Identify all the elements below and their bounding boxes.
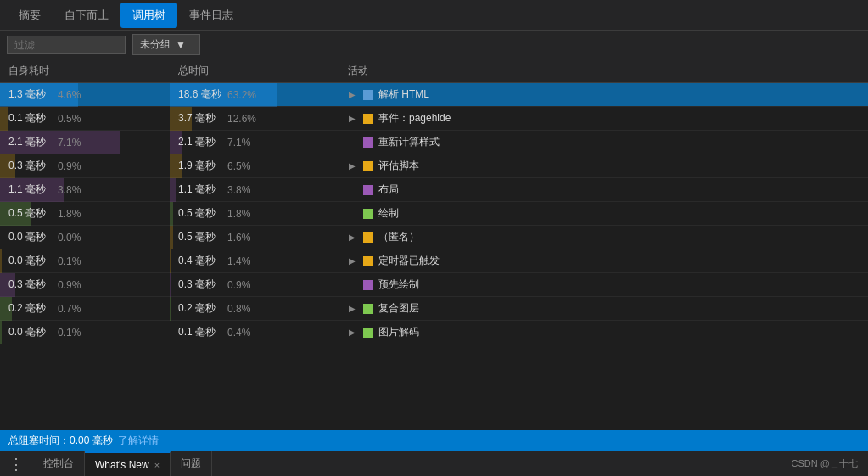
expand-arrow-icon[interactable]: ▶ xyxy=(346,328,358,337)
table-row[interactable]: 0.3 毫秒0.9%0.3 毫秒0.9%预先绘制 xyxy=(0,273,868,297)
filter-input[interactable] xyxy=(7,36,126,54)
table-row[interactable]: 0.1 毫秒0.5%3.7 毫秒12.6%▶事件：pagehide xyxy=(0,107,868,131)
self-pct: 3.8% xyxy=(58,184,88,196)
chevron-down-icon: ▼ xyxy=(176,39,186,51)
activity-color-box xyxy=(363,256,373,266)
activity-color-box xyxy=(363,328,373,338)
activity-cell: ▶图片解码 xyxy=(339,325,868,339)
activity-color-box xyxy=(363,304,373,314)
status-label: 总阻塞时间：0.00 毫秒 xyxy=(8,434,113,448)
self-pct: 0.9% xyxy=(58,279,88,291)
activity-label: 图片解码 xyxy=(378,325,419,339)
self-cell: 0.0 毫秒0.1% xyxy=(0,249,170,273)
self-cell: 0.3 毫秒0.9% xyxy=(0,154,170,178)
total-cell: 0.1 毫秒0.4% xyxy=(170,321,339,344)
total-pct: 63.2% xyxy=(227,89,258,101)
nav-tab-calltree[interactable]: 调用树 xyxy=(120,3,177,28)
total-time: 0.2 毫秒 xyxy=(178,301,224,316)
table-row[interactable]: 2.1 毫秒7.1%2.1 毫秒7.1%重新计算样式 xyxy=(0,131,868,154)
total-cell: 1.1 毫秒3.8% xyxy=(170,178,339,202)
more-options-icon[interactable]: ⋮ xyxy=(0,451,33,476)
group-dropdown[interactable]: 未分组 ▼ xyxy=(132,34,200,55)
self-cell: 0.3 毫秒0.9% xyxy=(0,273,170,297)
total-pct: 3.8% xyxy=(227,184,258,196)
bottom-tab-issues[interactable]: 问题 xyxy=(171,451,212,476)
table-row[interactable]: 0.0 毫秒0.0%0.5 毫秒1.6%▶（匿名） xyxy=(0,226,868,249)
self-time: 0.3 毫秒 xyxy=(8,277,54,292)
activity-label: 绘制 xyxy=(378,206,399,221)
total-cell: 0.3 毫秒0.9% xyxy=(170,273,339,297)
self-time: 0.0 毫秒 xyxy=(8,254,54,268)
nav-tab-summary[interactable]: 摘要 xyxy=(7,3,53,28)
total-cell: 0.5 毫秒1.8% xyxy=(170,202,339,226)
learn-more-link[interactable]: 了解详情 xyxy=(118,434,159,448)
bottom-tab-label: What's New xyxy=(95,459,149,471)
bottom-tab-label: 控制台 xyxy=(43,456,74,471)
self-cell: 0.2 毫秒0.7% xyxy=(0,297,170,321)
status-bar: 总阻塞时间：0.00 毫秒 了解详情 xyxy=(0,430,868,451)
total-time: 0.5 毫秒 xyxy=(178,206,224,221)
self-pct: 0.5% xyxy=(58,113,88,125)
bottom-tab-label: 问题 xyxy=(181,456,201,471)
activity-cell: ▶（匿名） xyxy=(339,230,868,244)
total-time: 0.4 毫秒 xyxy=(178,254,224,268)
total-time: 1.9 毫秒 xyxy=(178,159,224,173)
nav-tab-bottomup[interactable]: 自下而上 xyxy=(53,3,120,28)
total-cell: 0.2 毫秒0.8% xyxy=(170,297,339,321)
total-pct: 1.6% xyxy=(227,232,258,244)
total-pct: 0.9% xyxy=(227,279,258,291)
table-row[interactable]: 0.2 毫秒0.7%0.2 毫秒0.8%▶复合图层 xyxy=(0,297,868,321)
table-row[interactable]: 0.0 毫秒0.1%0.4 毫秒1.4%▶定时器已触发 xyxy=(0,249,868,273)
self-time: 2.1 毫秒 xyxy=(8,135,54,149)
activity-label: 重新计算样式 xyxy=(378,135,440,149)
expand-arrow-icon[interactable]: ▶ xyxy=(346,232,358,242)
activity-cell: 绘制 xyxy=(339,206,868,221)
self-pct: 1.8% xyxy=(58,208,88,220)
activity-color-box xyxy=(363,280,373,290)
self-time: 0.1 毫秒 xyxy=(8,111,54,126)
table-row[interactable]: 1.1 毫秒3.8%1.1 毫秒3.8%布局 xyxy=(0,178,868,202)
expand-arrow-icon[interactable]: ▶ xyxy=(346,161,358,171)
activity-label: 事件：pagehide xyxy=(378,111,451,126)
self-pct: 0.1% xyxy=(58,327,88,339)
table-row[interactable]: 1.3 毫秒4.6%18.6 毫秒63.2%▶解析 HTML xyxy=(0,83,868,107)
activity-color-box xyxy=(363,185,373,195)
total-cell: 18.6 毫秒63.2% xyxy=(170,83,339,107)
activity-label: 评估脚本 xyxy=(378,159,419,173)
self-pct: 0.1% xyxy=(58,255,88,267)
bottom-tab-whatsnew[interactable]: What's New× xyxy=(85,451,171,476)
total-pct: 1.4% xyxy=(227,255,258,267)
close-tab-icon[interactable]: × xyxy=(154,460,160,470)
expand-arrow-icon[interactable]: ▶ xyxy=(346,114,358,123)
self-time: 1.3 毫秒 xyxy=(8,87,54,102)
col-activity-header: 活动 xyxy=(339,64,868,78)
total-cell: 1.9 毫秒6.5% xyxy=(170,154,339,178)
bottom-tab-console[interactable]: 控制台 xyxy=(33,451,85,476)
column-headers: 自身耗时 总时间 活动 xyxy=(0,59,868,83)
self-time: 0.2 毫秒 xyxy=(8,301,54,316)
expand-arrow-icon[interactable]: ▶ xyxy=(346,304,358,313)
activity-label: 定时器已触发 xyxy=(378,254,440,268)
self-time: 0.3 毫秒 xyxy=(8,159,54,173)
bottom-tabs: ⋮ 控制台What's New×问题CSDN @＿十七 xyxy=(0,451,868,476)
activity-cell: ▶定时器已触发 xyxy=(339,254,868,268)
nav-tab-eventlog[interactable]: 事件日志 xyxy=(177,3,245,28)
total-cell: 0.5 毫秒1.6% xyxy=(170,226,339,249)
table-row[interactable]: 0.5 毫秒1.8%0.5 毫秒1.8%绘制 xyxy=(0,202,868,226)
activity-label: 复合图层 xyxy=(378,301,419,316)
self-cell: 0.0 毫秒0.1% xyxy=(0,321,170,344)
activity-cell: ▶评估脚本 xyxy=(339,159,868,173)
self-pct: 7.1% xyxy=(58,137,88,148)
self-time: 0.5 毫秒 xyxy=(8,206,54,221)
expand-arrow-icon[interactable]: ▶ xyxy=(346,256,358,266)
group-label: 未分组 xyxy=(140,37,171,52)
activity-cell: ▶事件：pagehide xyxy=(339,111,868,126)
activity-cell: 布局 xyxy=(339,182,868,197)
self-cell: 1.3 毫秒4.6% xyxy=(0,83,170,107)
table-row[interactable]: 0.3 毫秒0.9%1.9 毫秒6.5%▶评估脚本 xyxy=(0,154,868,178)
table-row[interactable]: 0.0 毫秒0.1%0.1 毫秒0.4%▶图片解码 xyxy=(0,321,868,344)
total-time: 0.3 毫秒 xyxy=(178,277,224,292)
expand-arrow-icon[interactable]: ▶ xyxy=(346,90,358,99)
total-cell: 0.4 毫秒1.4% xyxy=(170,249,339,273)
total-time: 0.1 毫秒 xyxy=(178,325,224,339)
